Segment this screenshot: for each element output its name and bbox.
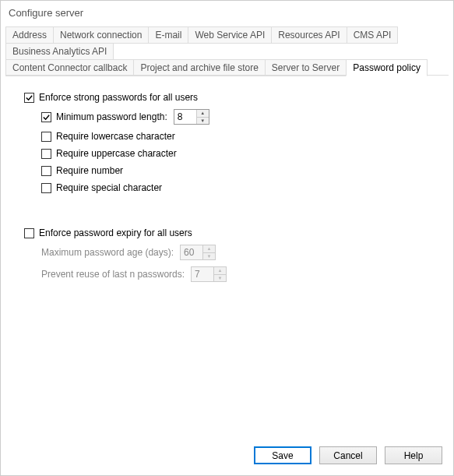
window-title: Configure server	[1, 1, 453, 26]
spin-down-icon: ▼	[203, 253, 215, 260]
require-special-label: Require special character	[56, 182, 162, 193]
save-button[interactable]: Save	[254, 446, 311, 464]
tab-resources-api[interactable]: Resources API	[271, 26, 347, 44]
tab-row-2: Content Connector callback Project and a…	[1, 59, 453, 76]
tab-password-policy[interactable]: Password policy	[346, 59, 428, 76]
spin-down-icon[interactable]: ▼	[197, 118, 209, 125]
min-length-spinner[interactable]: ▲ ▼	[174, 109, 209, 125]
require-lowercase-checkbox[interactable]	[41, 132, 51, 142]
spin-up-icon: ▲	[203, 245, 215, 253]
tab-network-connection[interactable]: Network connection	[53, 26, 149, 44]
require-number-label: Require number	[56, 165, 123, 176]
tab-content-connector-callback[interactable]: Content Connector callback	[5, 59, 134, 76]
tab-email[interactable]: E-mail	[148, 26, 188, 44]
tab-project-archive-file-store[interactable]: Project and archive file store	[133, 59, 265, 76]
tab-server-to-server[interactable]: Server to Server	[265, 59, 347, 76]
min-length-label: Minimum password length:	[56, 111, 167, 122]
max-age-input	[181, 245, 202, 259]
require-lowercase-label: Require lowercase character	[56, 131, 175, 142]
prevent-reuse-spinner: ▲ ▼	[191, 266, 227, 282]
tab-content: Enforce strong passwords for all users M…	[1, 76, 453, 439]
tab-address[interactable]: Address	[5, 26, 54, 44]
enforce-expiry-label: Enforce password expiry for all users	[39, 227, 192, 238]
help-button[interactable]: Help	[385, 446, 442, 464]
require-special-checkbox[interactable]	[41, 183, 51, 193]
tab-row-1: Address Network connection E-mail Web Se…	[1, 26, 453, 59]
spin-up-icon[interactable]: ▲	[197, 110, 209, 118]
min-length-checkbox[interactable]	[41, 112, 51, 122]
min-length-input[interactable]	[174, 110, 196, 124]
tab-web-service-api[interactable]: Web Service API	[188, 26, 272, 44]
spin-down-icon: ▼	[214, 275, 226, 282]
tab-business-analytics-api[interactable]: Business Analytics API	[5, 43, 114, 60]
enforce-strong-checkbox[interactable]	[24, 93, 34, 103]
max-age-label: Maximum password age (days):	[41, 247, 174, 258]
cancel-button[interactable]: Cancel	[319, 446, 377, 464]
enforce-strong-label: Enforce strong passwords for all users	[39, 92, 198, 103]
max-age-spinner: ▲ ▼	[180, 245, 216, 260]
prevent-reuse-label: Prevent reuse of last n passwords:	[41, 269, 185, 280]
tab-cms-api[interactable]: CMS API	[347, 26, 399, 44]
require-number-checkbox[interactable]	[41, 166, 51, 176]
require-uppercase-checkbox[interactable]	[41, 149, 51, 159]
require-uppercase-label: Require uppercase character	[56, 148, 177, 159]
configure-server-window: Configure server Address Network connect…	[0, 0, 454, 476]
enforce-expiry-checkbox[interactable]	[24, 228, 34, 238]
prevent-reuse-input	[192, 267, 213, 281]
button-bar: Save Cancel Help	[1, 439, 453, 475]
spin-up-icon: ▲	[214, 267, 226, 275]
